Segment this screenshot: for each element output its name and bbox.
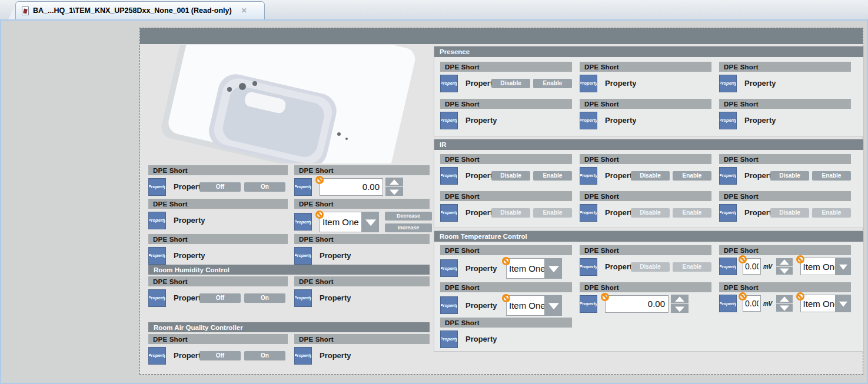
on-button[interactable]: On [244, 182, 285, 192]
disable-button[interactable]: Disable [631, 262, 670, 272]
disable-button[interactable]: Disable [631, 171, 670, 181]
disable-button[interactable]: Disable [770, 208, 809, 218]
property-button[interactable]: Property [719, 75, 737, 92]
enable-button[interactable]: Enable [533, 171, 572, 181]
spinner [671, 295, 689, 313]
property-button[interactable]: Property [294, 213, 312, 231]
spinner-up-icon[interactable] [776, 258, 793, 266]
disable-button[interactable]: Disable [491, 208, 530, 218]
dpe-short-header: DPE Short [440, 245, 572, 255]
dpe-short-header: DPE Short [148, 199, 288, 209]
property-button[interactable]: Property [294, 289, 312, 307]
property-button[interactable]: Property [440, 296, 458, 314]
dropdown-arrow-icon[interactable] [836, 295, 851, 312]
dpe-group: DPE Short Property Property Disable Enab… [440, 154, 572, 185]
enable-button[interactable]: Enable [812, 208, 851, 218]
dpe-short-header: DPE Short [148, 165, 288, 175]
item-dropdown[interactable]: Item One [506, 258, 562, 279]
property-button[interactable]: Property [440, 330, 458, 348]
property-button[interactable]: Property [148, 247, 166, 265]
spinner-up-icon[interactable] [385, 178, 403, 186]
no-entry-badge-icon [739, 255, 747, 263]
property-button[interactable]: Property [719, 112, 737, 129]
property-button[interactable]: Property [294, 347, 312, 365]
dpe-short-header: DPE Short [148, 334, 288, 344]
dpe-short-header: DPE Short [440, 191, 572, 201]
property-button[interactable]: Property [580, 75, 597, 92]
dpe-short-header: DPE Short [719, 154, 851, 164]
dpe-group: DPE Short Property Property [148, 234, 288, 265]
no-entry-badge-icon [502, 294, 510, 302]
no-entry-badge-icon [739, 292, 747, 300]
increase-button[interactable]: Increase [385, 223, 432, 232]
property-button[interactable]: Property [148, 347, 166, 365]
enable-button[interactable]: Enable [673, 208, 711, 218]
property-button[interactable]: Property [580, 295, 597, 313]
property-button[interactable]: Property [719, 295, 737, 312]
enable-button[interactable]: Enable [533, 208, 572, 218]
property-button[interactable]: Property [294, 178, 312, 196]
spinner-down-icon[interactable] [776, 304, 793, 312]
property-label: Property [174, 216, 205, 225]
property-button[interactable]: Property [440, 204, 458, 222]
property-button[interactable]: Property [148, 178, 166, 196]
dpe-group: DPE Short Property Property [580, 99, 711, 130]
spinner-down-icon[interactable] [385, 187, 403, 196]
enable-button[interactable]: Enable [533, 79, 572, 88]
off-button[interactable]: Off [199, 351, 241, 360]
property-button[interactable]: Property [719, 167, 737, 185]
value-input[interactable] [320, 178, 383, 196]
item-dropdown[interactable]: Item One [320, 212, 379, 232]
property-button[interactable]: Property [580, 112, 597, 129]
property-button[interactable]: Property [440, 167, 458, 185]
dropdown-arrow-icon[interactable] [545, 295, 562, 316]
property-button[interactable]: Property [719, 204, 737, 222]
dropdown-value: Item One [506, 258, 545, 279]
dpe-group: DPE Short Property Property Disable Enab… [580, 191, 711, 222]
enable-button[interactable]: Enable [812, 171, 851, 181]
enable-button[interactable]: Enable [673, 262, 711, 272]
property-label: Property [465, 335, 497, 343]
tab-document[interactable]: BA_...HQ_1\TEM_KNX_UP258Dxx_None_001 (Re… [15, 1, 265, 19]
value-input[interactable] [605, 295, 669, 313]
item-dropdown[interactable]: Item One [506, 295, 562, 316]
on-button[interactable]: On [244, 293, 285, 303]
property-button[interactable]: Property [294, 247, 312, 265]
dropdown-arrow-icon[interactable] [362, 212, 379, 232]
disable-button[interactable]: Disable [491, 79, 530, 88]
dpe-group: DPE Short Property [294, 165, 430, 196]
on-button[interactable]: On [244, 351, 285, 360]
dropdown-value: Item One [800, 295, 836, 312]
property-button[interactable]: Property [440, 259, 458, 277]
item-dropdown[interactable]: Item One [800, 258, 851, 275]
enable-button[interactable]: Enable [673, 171, 711, 181]
property-label: Property [605, 116, 636, 125]
tab-bar: BA_...HQ_1\TEM_KNX_UP258Dxx_None_001 (Re… [0, 0, 868, 19]
dropdown-arrow-icon[interactable] [545, 258, 562, 279]
property-button[interactable]: Property [580, 258, 597, 276]
spinner-up-icon[interactable] [776, 295, 793, 303]
dpe-short-header: DPE Short [148, 234, 288, 244]
spinner-up-icon[interactable] [671, 295, 689, 303]
spinner-down-icon[interactable] [671, 304, 689, 313]
property-button[interactable]: Property [580, 167, 597, 185]
disable-button[interactable]: Disable [631, 208, 670, 218]
property-button[interactable]: Property [148, 289, 166, 307]
dpe-group: DPE Short Property Property Disable Enab… [440, 191, 572, 222]
decrease-button[interactable]: Decrease [385, 212, 432, 221]
disable-button[interactable]: Disable [770, 171, 809, 181]
off-button[interactable]: Off [199, 293, 241, 303]
dropdown-arrow-icon[interactable] [836, 258, 851, 275]
dpe-short-header: DPE Short [580, 62, 711, 72]
tab-title: BA_...HQ_1\TEM_KNX_UP258Dxx_None_001 (Re… [33, 6, 232, 15]
property-button[interactable]: Property [719, 258, 737, 275]
property-button[interactable]: Property [440, 112, 458, 129]
off-button[interactable]: Off [199, 182, 241, 192]
property-button[interactable]: Property [580, 204, 597, 222]
disable-button[interactable]: Disable [491, 171, 530, 181]
item-dropdown[interactable]: Item One [800, 295, 851, 312]
property-button[interactable]: Property [148, 212, 166, 229]
property-button[interactable]: Property [440, 75, 458, 92]
tab-close-icon[interactable]: ✕ [241, 7, 247, 14]
spinner-down-icon[interactable] [776, 267, 793, 275]
